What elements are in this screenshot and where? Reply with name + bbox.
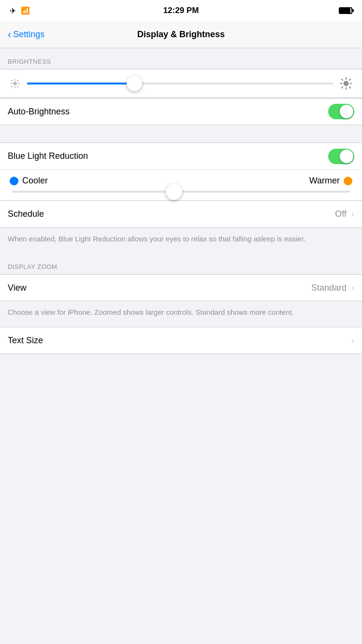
back-label[interactable]: Settings [13, 29, 44, 40]
svg-line-14 [342, 79, 343, 80]
svg-line-16 [342, 87, 343, 88]
blue-light-description: When enabled, Blue Light Reduction allow… [0, 228, 362, 253]
section-gap-1 [0, 125, 362, 142]
schedule-value-group: Off › [335, 209, 354, 219]
schedule-label: Schedule [8, 209, 44, 219]
text-size-label: Text Size [8, 336, 43, 346]
svg-line-15 [349, 87, 350, 88]
status-right [339, 7, 352, 14]
toggle-knob-2 [340, 150, 353, 163]
text-size-cell[interactable]: Text Size › [0, 327, 362, 354]
battery-icon [339, 7, 352, 14]
status-bar: ✈ 📶 12:29 PM [0, 0, 362, 21]
auto-brightness-cell[interactable]: Auto-Brightness [0, 98, 362, 125]
warmer-label-group: Warmer [309, 176, 352, 186]
temperature-track[interactable] [12, 191, 350, 193]
temperature-slider-row [0, 186, 362, 200]
blue-light-label: Blue Light Reduction [8, 151, 88, 161]
cooler-dot [10, 177, 18, 185]
schedule-chevron: › [351, 209, 354, 219]
cooler-label: Cooler [22, 176, 48, 186]
display-zoom-header: DISPLAY ZOOM [0, 253, 362, 274]
warmer-label: Warmer [309, 176, 340, 186]
svg-line-8 [17, 80, 18, 81]
blue-light-reduction-cell[interactable]: Blue Light Reduction [0, 143, 362, 170]
page-title: Display & Brightness [137, 29, 225, 40]
warmer-dot [344, 177, 352, 185]
brightness-slider-row [10, 77, 352, 90]
sun-small-icon [10, 78, 20, 89]
view-label: View [8, 283, 27, 293]
nav-bar: ‹ Settings Display & Brightness [0, 21, 362, 48]
svg-line-5 [12, 80, 13, 81]
text-size-chevron-group: › [349, 336, 354, 346]
view-cell[interactable]: View Standard › [0, 274, 362, 301]
svg-point-0 [13, 82, 16, 85]
auto-brightness-toggle[interactable] [328, 104, 354, 119]
brightness-thumb[interactable] [127, 76, 142, 91]
text-size-chevron: › [351, 336, 354, 346]
brightness-fill [27, 83, 134, 84]
blue-light-toggle[interactable] [328, 149, 354, 164]
view-chevron: › [351, 283, 354, 293]
brightness-section-header: BRIGHTNESS [0, 48, 362, 69]
schedule-value: Off [335, 209, 347, 219]
svg-point-9 [344, 81, 349, 86]
toggle-knob [340, 105, 353, 118]
status-time: 12:29 PM [163, 6, 199, 15]
cooler-label-group: Cooler [10, 176, 48, 186]
wifi-icon: 📶 [21, 6, 30, 15]
back-button[interactable]: ‹ Settings [8, 28, 44, 41]
brightness-slider-section [0, 69, 362, 98]
auto-brightness-label: Auto-Brightness [8, 107, 70, 117]
brightness-track[interactable] [27, 83, 333, 84]
schedule-cell[interactable]: Schedule Off › [0, 200, 362, 227]
svg-line-17 [349, 79, 350, 80]
status-left: ✈ 📶 [10, 6, 30, 15]
temperature-label-row: Cooler Warmer [0, 170, 362, 186]
temperature-thumb[interactable] [166, 183, 182, 200]
display-zoom-description: Choose a view for iPhone. Zoomed shows l… [0, 301, 362, 327]
blue-light-group: Blue Light Reduction Cooler Warmer Sched… [0, 142, 362, 228]
airplane-icon: ✈ [10, 6, 16, 15]
view-value: Standard [311, 283, 347, 293]
chevron-left-icon: ‹ [8, 28, 11, 41]
view-value-group: Standard › [311, 283, 354, 293]
svg-line-6 [17, 86, 18, 87]
svg-line-7 [12, 86, 13, 87]
sun-large-icon [340, 77, 352, 90]
